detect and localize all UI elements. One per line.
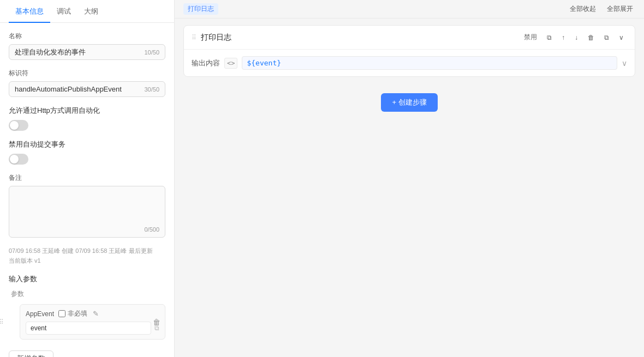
step-body: 输出内容 <> ${event} ∨ bbox=[184, 50, 635, 76]
identifier-label: 标识符 bbox=[9, 69, 165, 78]
param-type-badge: AppEvent bbox=[26, 310, 54, 318]
step-field-value: ${event} bbox=[242, 56, 617, 70]
name-input-wrapper: 10/50 bbox=[9, 44, 165, 60]
input-params-title: 输入参数 bbox=[9, 274, 165, 284]
param-drag-handle[interactable]: ⠿ bbox=[0, 318, 4, 326]
http-toggle-row: 允许通过Http方式调用自动化 bbox=[9, 106, 165, 131]
params-col-label: 参数 bbox=[11, 289, 24, 299]
remark-label: 备注 bbox=[9, 173, 165, 183]
params-section: 输入参数 参数 ⠿ AppEvent 非必填 ✎ bbox=[9, 274, 165, 340]
remark-count: 0/500 bbox=[15, 226, 159, 233]
param-row: AppEvent 非必填 ✎ ⧉ 🗑 bbox=[20, 304, 165, 340]
step-disable-button[interactable]: 禁用 bbox=[521, 31, 540, 44]
param-required-checkbox[interactable] bbox=[58, 310, 65, 317]
tab-outline[interactable]: 大纲 bbox=[77, 0, 105, 23]
right-header: 打印日志 全部收起 全部展开 bbox=[175, 0, 644, 19]
form-content: 名称 10/50 标识符 30/50 允许通过Http方式调用自动化 禁用自动提… bbox=[0, 23, 174, 357]
params-header: 参数 bbox=[9, 289, 165, 299]
param-row-wrapper: ⠿ AppEvent 非必填 ✎ ⧉ 🗑 bbox=[9, 304, 165, 340]
create-step-button[interactable]: + 创建步骤 bbox=[381, 93, 437, 112]
name-count: 10/50 bbox=[144, 49, 159, 56]
identifier-input[interactable] bbox=[15, 85, 140, 93]
right-panel: 打印日志 全部收起 全部展开 ⠿ 打印日志 禁用 ⧉ ↑ ↓ 🗑 ⧉ ∨ bbox=[175, 0, 644, 357]
header-tag: 打印日志 bbox=[183, 3, 218, 15]
remark-field-group: 备注 0/500 bbox=[9, 173, 165, 238]
param-type-row: AppEvent 非必填 ✎ bbox=[26, 309, 159, 318]
param-value-row: ⧉ bbox=[26, 322, 159, 335]
step-field-label: 输出内容 bbox=[192, 58, 220, 68]
step-actions: 禁用 ⧉ ↑ ↓ 🗑 ⧉ ∨ bbox=[521, 31, 627, 44]
step-code-icon[interactable]: <> bbox=[224, 58, 237, 69]
left-panel: 基本信息 调试 大纲 名称 10/50 标识符 30/50 允许通过Http方式… bbox=[0, 0, 175, 357]
step-down-button[interactable]: ↓ bbox=[571, 32, 581, 43]
step-duplicate-button[interactable]: ⧉ bbox=[601, 32, 612, 43]
expand-all-button[interactable]: 全部展开 bbox=[605, 3, 635, 15]
step-up-button[interactable]: ↑ bbox=[558, 32, 568, 43]
auto-commit-toggle-label: 禁用自动提交事务 bbox=[9, 140, 165, 149]
remark-textarea-wrapper: 0/500 bbox=[9, 186, 165, 238]
param-edit-icon[interactable]: ✎ bbox=[93, 310, 99, 318]
step-delete-button[interactable]: 🗑 bbox=[585, 32, 598, 43]
param-delete-icon[interactable]: 🗑 bbox=[153, 318, 160, 326]
name-input[interactable] bbox=[15, 48, 140, 56]
identifier-field-group: 标识符 30/50 bbox=[9, 69, 165, 97]
step-field-row: 输出内容 <> ${event} ∨ bbox=[192, 56, 627, 70]
step-card: ⠿ 打印日志 禁用 ⧉ ↑ ↓ 🗑 ⧉ ∨ 输出内容 <> ${event} ∨ bbox=[183, 25, 635, 77]
name-field-group: 名称 10/50 bbox=[9, 32, 165, 60]
step-copy-button[interactable]: ⧉ bbox=[544, 32, 555, 43]
http-toggle[interactable] bbox=[9, 120, 28, 131]
step-drag-handle[interactable]: ⠿ bbox=[192, 34, 196, 41]
collapse-all-button[interactable]: 全部收起 bbox=[568, 3, 598, 15]
step-header: ⠿ 打印日志 禁用 ⧉ ↑ ↓ 🗑 ⧉ ∨ bbox=[184, 26, 635, 50]
meta-info: 07/09 16:58 王延峰 创建 07/09 16:58 王延峰 最后更新当… bbox=[9, 246, 165, 265]
param-value-input[interactable] bbox=[26, 322, 151, 335]
auto-commit-toggle[interactable] bbox=[9, 154, 28, 165]
tabs-bar: 基本信息 调试 大纲 bbox=[0, 0, 174, 23]
step-title: 打印日志 bbox=[201, 33, 521, 43]
identifier-count: 30/50 bbox=[144, 86, 159, 93]
param-required-wrapper: 非必填 bbox=[58, 309, 87, 318]
create-step-container: + 创建步骤 bbox=[183, 82, 635, 123]
param-required-label: 非必填 bbox=[68, 309, 87, 318]
http-toggle-label: 允许通过Http方式调用自动化 bbox=[9, 106, 165, 116]
name-label: 名称 bbox=[9, 32, 165, 41]
right-content: ⠿ 打印日志 禁用 ⧉ ↑ ↓ 🗑 ⧉ ∨ 输出内容 <> ${event} ∨ bbox=[175, 19, 644, 357]
add-param-button[interactable]: 新增参数 bbox=[9, 350, 53, 357]
remark-textarea[interactable] bbox=[15, 191, 159, 223]
step-field-chevron[interactable]: ∨ bbox=[622, 59, 627, 68]
tab-basic[interactable]: 基本信息 bbox=[9, 0, 50, 23]
identifier-input-wrapper: 30/50 bbox=[9, 81, 165, 97]
auto-commit-toggle-row: 禁用自动提交事务 bbox=[9, 140, 165, 165]
tab-debug[interactable]: 调试 bbox=[50, 0, 77, 23]
right-header-actions: 全部收起 全部展开 bbox=[568, 3, 635, 15]
step-expand-button[interactable]: ∨ bbox=[616, 32, 627, 43]
